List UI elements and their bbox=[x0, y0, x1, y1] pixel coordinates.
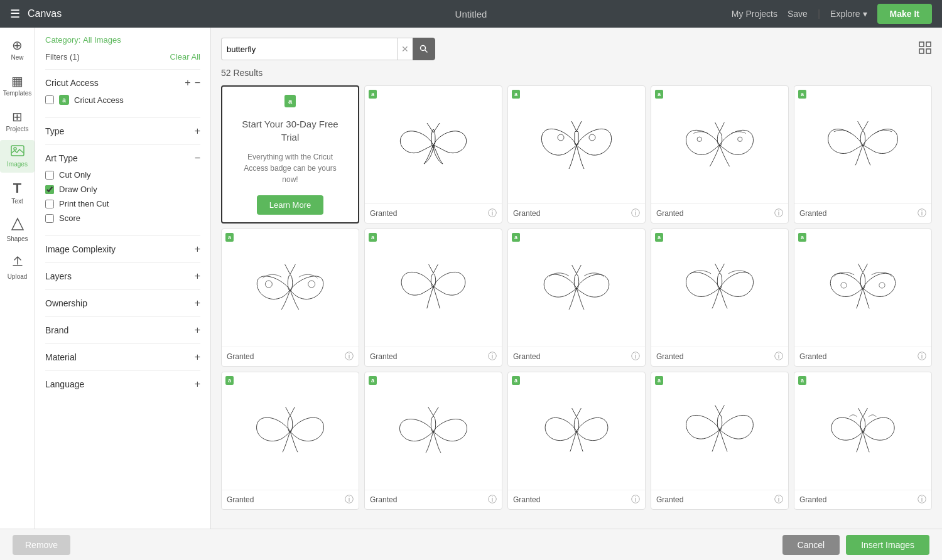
image-thumb bbox=[794, 86, 931, 203]
image-card[interactable]: a Granted ⓘ bbox=[221, 372, 359, 510]
info-icon[interactable]: ⓘ bbox=[774, 208, 783, 219]
ownership-expand-icon[interactable]: + bbox=[195, 298, 200, 309]
svg-rect-7 bbox=[926, 49, 931, 53]
language-expand-icon[interactable]: + bbox=[195, 379, 200, 390]
svg-line-20 bbox=[720, 122, 724, 132]
ownership-header[interactable]: Ownership + bbox=[45, 298, 200, 309]
image-card[interactable]: a Granted ⓘ bbox=[507, 229, 646, 367]
type-expand-icon[interactable]: + bbox=[195, 126, 200, 137]
image-card[interactable]: a Granted ⓘ bbox=[651, 229, 789, 367]
info-icon[interactable]: ⓘ bbox=[774, 494, 783, 505]
score-checkbox[interactable] bbox=[45, 214, 54, 223]
info-icon[interactable]: ⓘ bbox=[631, 351, 640, 362]
layers-expand-icon[interactable]: + bbox=[195, 271, 200, 282]
info-icon[interactable]: ⓘ bbox=[488, 351, 497, 362]
image-card-footer: Granted ⓘ bbox=[794, 490, 931, 509]
art-type-expand-icon[interactable]: − bbox=[195, 153, 200, 164]
image-card[interactable]: a Granted ⓘ bbox=[507, 372, 646, 510]
brand-header[interactable]: Brand + bbox=[45, 325, 200, 336]
complexity-header[interactable]: Image Complexity + bbox=[45, 244, 200, 255]
art-type-header[interactable]: Art Type − bbox=[45, 153, 200, 164]
info-icon[interactable]: ⓘ bbox=[918, 208, 926, 219]
search-clear-button[interactable]: ✕ bbox=[397, 38, 413, 60]
category-value[interactable]: All Images bbox=[83, 35, 121, 45]
info-icon[interactable]: ⓘ bbox=[774, 351, 783, 362]
svg-rect-5 bbox=[926, 42, 931, 46]
image-thumb bbox=[222, 372, 359, 490]
image-card[interactable]: a Granted ⓘ bbox=[794, 85, 932, 223]
promo-card[interactable]: a Start Your 30-Day Free Trial Everythin… bbox=[221, 85, 359, 223]
image-card-footer: Granted ⓘ bbox=[365, 203, 502, 223]
remove-button[interactable]: Remove bbox=[13, 535, 70, 555]
sidebar-item-images[interactable]: Images bbox=[0, 140, 35, 173]
info-icon[interactable]: ⓘ bbox=[631, 494, 640, 505]
sidebar-item-upload[interactable]: Upload bbox=[0, 250, 35, 285]
image-card[interactable]: a Granted ⓘ bbox=[364, 229, 502, 367]
image-card[interactable]: a Granted ⓘ bbox=[364, 372, 502, 510]
cancel-button[interactable]: Cancel bbox=[782, 535, 840, 555]
cut-only-checkbox[interactable] bbox=[45, 171, 54, 180]
info-icon[interactable]: ⓘ bbox=[345, 494, 354, 505]
image-card[interactable]: a Granted ⓘ bbox=[364, 85, 502, 223]
image-card[interactable]: a bbox=[794, 229, 932, 367]
image-card[interactable]: a Granted ⓘ bbox=[507, 85, 646, 223]
image-thumb bbox=[794, 229, 931, 347]
filter-section-language: Language + bbox=[45, 370, 200, 397]
info-icon[interactable]: ⓘ bbox=[345, 351, 354, 362]
sidebar-item-new[interactable]: ⊕ New bbox=[0, 33, 35, 66]
sidebar-item-shapes[interactable]: Shapes bbox=[0, 212, 35, 247]
app-title: Canvas bbox=[28, 8, 62, 19]
filter-option-cricut-access: a Cricut Access bbox=[45, 95, 200, 105]
sidebar-item-text[interactable]: T Text bbox=[0, 175, 35, 210]
info-icon[interactable]: ⓘ bbox=[488, 208, 497, 219]
info-icon[interactable]: ⓘ bbox=[631, 208, 640, 219]
svg-line-23 bbox=[863, 121, 868, 131]
material-header[interactable]: Material + bbox=[45, 352, 200, 363]
svg-line-37 bbox=[720, 264, 724, 272]
layers-header[interactable]: Layers + bbox=[45, 271, 200, 282]
clear-all-button[interactable]: Clear All bbox=[170, 52, 200, 62]
print-cut-checkbox[interactable] bbox=[45, 200, 54, 208]
info-icon[interactable]: ⓘ bbox=[918, 494, 926, 505]
image-card-footer: Granted ⓘ bbox=[508, 347, 645, 366]
menu-icon[interactable]: ☰ bbox=[10, 7, 20, 21]
language-header[interactable]: Language + bbox=[45, 379, 200, 390]
cricut-access-expand-plus[interactable]: + bbox=[185, 77, 190, 89]
search-button[interactable] bbox=[413, 38, 435, 60]
print-cut-label: Print then Cut bbox=[59, 199, 109, 208]
top-nav: ☰ Canvas Untitled My Projects Save | Exp… bbox=[0, 0, 942, 28]
filter-option-draw-only: Draw Only bbox=[45, 185, 200, 194]
cricut-access-header[interactable]: Cricut Access + − bbox=[45, 77, 200, 89]
image-card[interactable]: a Granted ⓘ bbox=[651, 372, 789, 510]
brand-expand-icon[interactable]: + bbox=[195, 325, 200, 336]
make-it-button[interactable]: Make It bbox=[877, 4, 932, 24]
image-thumb bbox=[365, 229, 502, 347]
nav-right: My Projects Save | Explore ▾ Make It bbox=[732, 4, 932, 24]
search-input[interactable] bbox=[221, 38, 397, 60]
image-card-footer: Granted ⓘ bbox=[222, 490, 359, 509]
svg-point-26 bbox=[288, 274, 292, 291]
type-header[interactable]: Type + bbox=[45, 126, 200, 137]
save-link[interactable]: Save bbox=[788, 9, 808, 19]
complexity-title: Image Complexity bbox=[45, 244, 116, 254]
my-projects-link[interactable]: My Projects bbox=[732, 9, 777, 19]
grid-toggle-button[interactable] bbox=[918, 41, 932, 58]
svg-line-51 bbox=[577, 408, 581, 417]
info-icon[interactable]: ⓘ bbox=[488, 494, 497, 505]
cricut-access-expand-minus[interactable]: − bbox=[195, 77, 200, 89]
image-card[interactable]: a Granted ⓘ bbox=[794, 372, 932, 510]
sidebar-item-projects[interactable]: ⊞ Projects bbox=[0, 104, 35, 137]
sidebar-item-templates[interactable]: ▦ Templates bbox=[0, 68, 35, 102]
complexity-expand-icon[interactable]: + bbox=[195, 244, 200, 255]
image-card[interactable]: a bbox=[651, 85, 789, 223]
cricut-access-checkbox[interactable] bbox=[45, 95, 54, 104]
promo-learn-more-button[interactable]: Learn More bbox=[257, 195, 323, 215]
explore-button[interactable]: Explore ▾ bbox=[830, 9, 867, 19]
score-label: Score bbox=[59, 213, 80, 223]
draw-only-checkbox[interactable] bbox=[45, 185, 54, 194]
insert-images-button[interactable]: Insert Images bbox=[846, 535, 929, 555]
material-expand-icon[interactable]: + bbox=[195, 352, 200, 363]
image-card[interactable]: a bbox=[221, 229, 359, 367]
category-label: Category: All Images bbox=[45, 35, 200, 45]
info-icon[interactable]: ⓘ bbox=[918, 351, 926, 362]
